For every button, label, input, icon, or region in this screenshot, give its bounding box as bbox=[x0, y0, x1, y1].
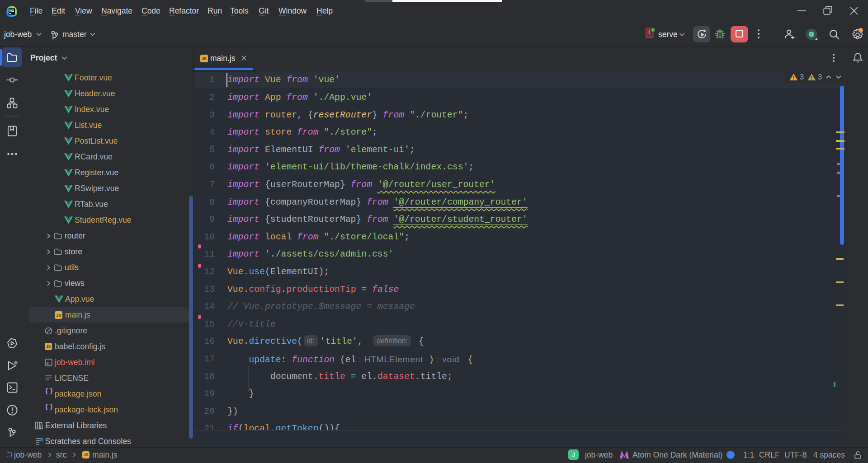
svg-text:WS: WS bbox=[9, 9, 14, 12]
